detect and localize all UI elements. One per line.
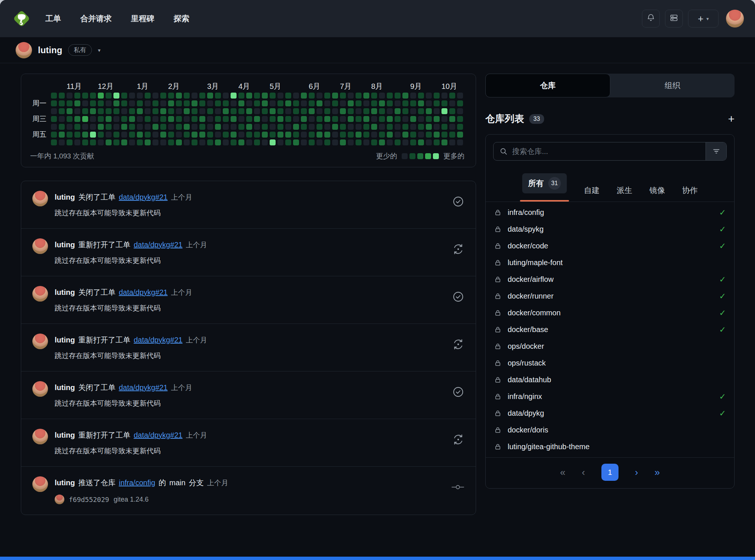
- repo-filter-协作[interactable]: 协作: [680, 181, 700, 202]
- heatmap-cell[interactable]: [106, 124, 112, 130]
- heatmap-cell[interactable]: [254, 139, 260, 145]
- heatmap-cell[interactable]: [223, 124, 229, 130]
- heatmap-cell[interactable]: [113, 116, 119, 122]
- repo-filter-镜像[interactable]: 镜像: [647, 181, 667, 202]
- repo-name-link[interactable]: docker/runner: [508, 292, 553, 300]
- heatmap-cell[interactable]: [152, 139, 158, 145]
- heatmap-cell[interactable]: [176, 93, 182, 99]
- profile-avatar[interactable]: [16, 42, 32, 58]
- heatmap-cell[interactable]: [98, 116, 104, 122]
- heatmap-cell[interactable]: [449, 124, 455, 130]
- heatmap-cell[interactable]: [246, 116, 252, 122]
- heatmap-cell[interactable]: [441, 100, 447, 106]
- heatmap-cell[interactable]: [67, 93, 73, 99]
- heatmap-cell[interactable]: [293, 116, 299, 122]
- heatmap-cell[interactable]: [137, 93, 143, 99]
- avatar[interactable]: [32, 381, 48, 397]
- heatmap-cell[interactable]: [332, 100, 338, 106]
- heatmap-cell[interactable]: [51, 139, 57, 145]
- heatmap-cell[interactable]: [145, 100, 151, 106]
- heatmap-cell[interactable]: [426, 108, 432, 114]
- heatmap-cell[interactable]: [301, 124, 307, 130]
- heatmap-cell[interactable]: [379, 124, 385, 130]
- heatmap-cell[interactable]: [223, 132, 229, 138]
- heatmap-cell[interactable]: [449, 132, 455, 138]
- heatmap-cell[interactable]: [402, 132, 408, 138]
- heatmap-cell[interactable]: [395, 139, 401, 145]
- heatmap-cell[interactable]: [238, 132, 244, 138]
- repo-filter-button[interactable]: [706, 142, 726, 160]
- heatmap-cell[interactable]: [254, 108, 260, 114]
- heatmap-cell[interactable]: [160, 93, 166, 99]
- heatmap-cell[interactable]: [356, 108, 362, 114]
- heatmap-cell[interactable]: [410, 100, 416, 106]
- actor-link[interactable]: luting: [55, 479, 75, 487]
- heatmap-cell[interactable]: [301, 100, 307, 106]
- admin-panel-button[interactable]: [665, 10, 683, 28]
- avatar[interactable]: [32, 334, 48, 349]
- heatmap-cell[interactable]: [356, 132, 362, 138]
- heatmap-cell[interactable]: [426, 124, 432, 130]
- heatmap-cell[interactable]: [74, 124, 80, 130]
- heatmap-cell[interactable]: [238, 116, 244, 122]
- heatmap-cell[interactable]: [106, 100, 112, 106]
- heatmap-cell[interactable]: [371, 132, 377, 138]
- heatmap-cell[interactable]: [270, 132, 276, 138]
- heatmap-cell[interactable]: [199, 116, 205, 122]
- heatmap-cell[interactable]: [90, 93, 96, 99]
- heatmap-cell[interactable]: [254, 116, 260, 122]
- heatmap-cell[interactable]: [434, 108, 440, 114]
- heatmap-cell[interactable]: [254, 100, 260, 106]
- heatmap-cell[interactable]: [348, 93, 354, 99]
- heatmap-cell[interactable]: [90, 116, 96, 122]
- repo-row[interactable]: ops/rustack: [486, 355, 734, 371]
- ci-success-check-icon[interactable]: ✓: [719, 241, 726, 251]
- heatmap-cell[interactable]: [418, 132, 424, 138]
- heatmap-cell[interactable]: [129, 93, 135, 99]
- heatmap-cell[interactable]: [160, 132, 166, 138]
- ci-success-check-icon[interactable]: ✓: [719, 409, 726, 418]
- heatmap-cell[interactable]: [348, 100, 354, 106]
- heatmap-cell[interactable]: [90, 124, 96, 130]
- heatmap-cell[interactable]: [106, 139, 112, 145]
- heatmap-cell[interactable]: [129, 132, 135, 138]
- repo-name-link[interactable]: docker/doris: [508, 426, 548, 434]
- heatmap-cell[interactable]: [262, 93, 268, 99]
- heatmap-cell[interactable]: [207, 132, 213, 138]
- heatmap-cell[interactable]: [176, 139, 182, 145]
- heatmap-cell[interactable]: [285, 124, 291, 130]
- heatmap-cell[interactable]: [363, 116, 369, 122]
- ci-success-check-icon[interactable]: ✓: [719, 208, 726, 218]
- heatmap-cell[interactable]: [410, 132, 416, 138]
- heatmap-cell[interactable]: [137, 100, 143, 106]
- heatmap-cell[interactable]: [426, 93, 432, 99]
- create-new-button[interactable]: + ▾: [688, 10, 719, 28]
- heatmap-cell[interactable]: [293, 93, 299, 99]
- heatmap-cell[interactable]: [90, 100, 96, 106]
- heatmap-cell[interactable]: [277, 139, 283, 145]
- heatmap-cell[interactable]: [317, 139, 322, 145]
- heatmap-cell[interactable]: [402, 100, 408, 106]
- heatmap-cell[interactable]: [238, 108, 244, 114]
- heatmap-cell[interactable]: [301, 116, 307, 122]
- heatmap-cell[interactable]: [434, 132, 440, 138]
- heatmap-cell[interactable]: [145, 116, 151, 122]
- heatmap-cell[interactable]: [449, 116, 455, 122]
- heatmap-cell[interactable]: [332, 139, 338, 145]
- heatmap-cell[interactable]: [317, 124, 322, 130]
- heatmap-cell[interactable]: [332, 93, 338, 99]
- heatmap-cell[interactable]: [348, 116, 354, 122]
- heatmap-cell[interactable]: [192, 124, 197, 130]
- ci-success-check-icon[interactable]: ✓: [719, 325, 726, 335]
- repo-row[interactable]: data/datahub: [486, 371, 734, 388]
- heatmap-cell[interactable]: [395, 132, 401, 138]
- repo-row[interactable]: docker/code✓: [486, 238, 734, 254]
- heatmap-cell[interactable]: [82, 100, 88, 106]
- heatmap-cell[interactable]: [363, 132, 369, 138]
- actor-link[interactable]: luting: [55, 383, 75, 392]
- heatmap-cell[interactable]: [121, 139, 127, 145]
- repo-name-link[interactable]: docker/base: [508, 325, 548, 334]
- actor-link[interactable]: luting: [55, 431, 75, 440]
- heatmap-cell[interactable]: [293, 100, 299, 106]
- heatmap-cell[interactable]: [74, 139, 80, 145]
